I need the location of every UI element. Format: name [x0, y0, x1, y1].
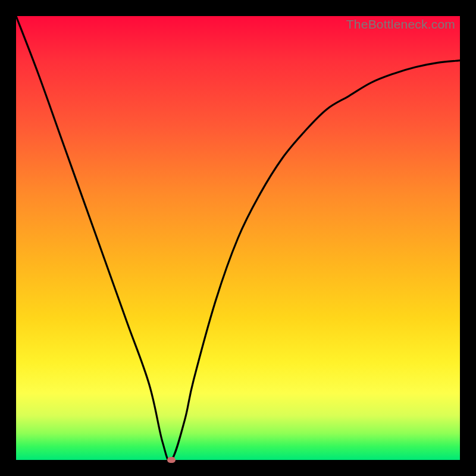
- chart-frame: TheBottleneck.com: [0, 0, 476, 476]
- plot-area: TheBottleneck.com: [16, 16, 460, 460]
- bottleneck-curve: [16, 16, 460, 460]
- minimum-marker: [167, 457, 176, 463]
